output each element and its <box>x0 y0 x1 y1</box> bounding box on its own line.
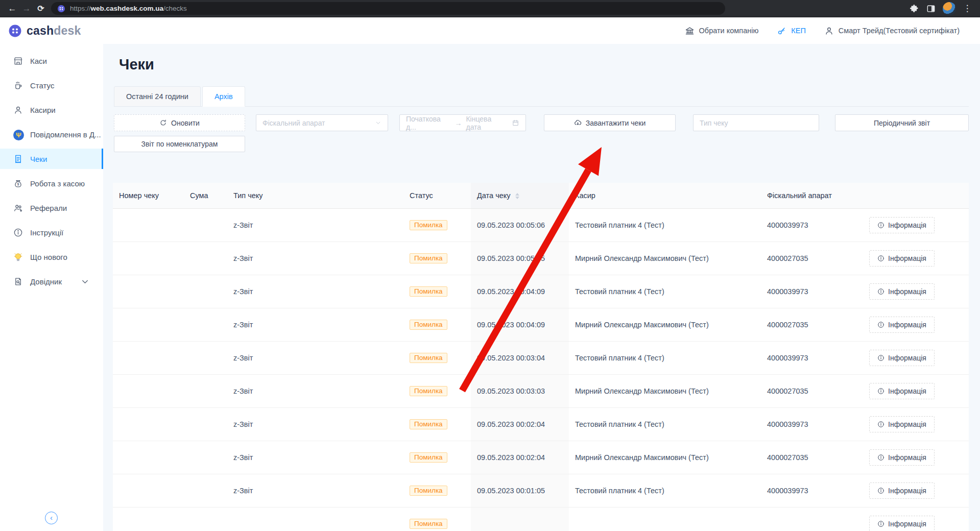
key-icon <box>777 26 786 36</box>
sidebar-item-9[interactable]: Довідник <box>0 271 103 292</box>
cell-fiscal: 4000039973 <box>761 407 863 441</box>
info-button[interactable]: Інформація <box>869 416 935 432</box>
sidebar-item-7[interactable]: Інструкції <box>0 222 103 243</box>
info-button[interactable]: Інформація <box>869 482 935 499</box>
cell-actions: Інформація <box>863 308 969 341</box>
sidebar-item-label: Статус <box>30 81 54 90</box>
trident-icon: Ψ <box>13 130 24 140</box>
info-button[interactable]: Інформація <box>869 516 935 531</box>
cell-fiscal: 4000027035 <box>761 374 863 407</box>
cell-date: 09.05.2023 00:04:09 <box>471 275 569 308</box>
sidebar-collapse-button[interactable]: ‹ <box>45 512 58 524</box>
refresh-label: Оновити <box>171 119 200 127</box>
site-favicon <box>57 5 65 13</box>
cell-date: 09.05.2023 00:03:04 <box>471 341 569 374</box>
table-header-row: Номер чеку Сума Тип чеку Статус Дата чек… <box>113 183 969 208</box>
download-checks-button[interactable]: Завантажити чеки <box>544 114 676 131</box>
cell-fiscal: 4000027035 <box>761 242 863 275</box>
cashdesk-logo[interactable]: cashdesk <box>8 24 81 38</box>
cell-fiscal: 4000027035 <box>761 308 863 341</box>
sidebar-item-8[interactable]: Що нового <box>0 247 103 267</box>
sidebar-item-1[interactable]: Статус <box>0 75 103 95</box>
cell-type: z-Звіт <box>227 208 403 242</box>
sidebar-item-6[interactable]: Реферали <box>0 198 103 218</box>
filters-toolbar-row2: Звіт по номенклатурам <box>113 136 980 152</box>
browser-reload-icon[interactable]: ⟳ <box>34 2 48 16</box>
filters-toolbar: Оновити Фіскальний апарат Початкова д...… <box>113 114 980 132</box>
sidebar-item-4[interactable]: Чеки <box>0 149 103 169</box>
cell-sum <box>184 341 227 374</box>
sidebar-item-2[interactable]: Касири <box>0 100 103 120</box>
address-bar[interactable]: https://web.cashdesk.com.ua/checks <box>51 2 725 15</box>
info-circle-icon <box>877 388 885 395</box>
check-type-input[interactable]: Тип чеку <box>693 114 819 131</box>
info-circle-icon <box>877 520 885 527</box>
browser-menu-icon[interactable]: ⋮ <box>963 3 972 14</box>
fiscal-device-select[interactable]: Фіскальний апарат <box>256 114 388 131</box>
info-button-label: Інформація <box>888 221 926 229</box>
periodic-report-button[interactable]: Періодичний звіт <box>835 114 969 131</box>
sidebar-item-label: Реферали <box>30 204 67 212</box>
cell-type: z-Звіт <box>227 341 403 374</box>
info-button[interactable]: Інформація <box>869 217 935 233</box>
tab-archive[interactable]: Архів <box>202 86 245 107</box>
cell-date: 09.05.2023 00:01:05 <box>471 474 569 507</box>
kep-button[interactable]: КЕП <box>777 26 806 36</box>
browser-forward-icon[interactable]: → <box>19 2 34 16</box>
sort-carets-icon[interactable] <box>515 193 519 199</box>
info-button[interactable]: Інформація <box>869 449 935 466</box>
cell-sum <box>184 275 227 308</box>
extensions-icon[interactable] <box>909 4 919 14</box>
user-account-button[interactable]: Смарт Трейд(Тестовий сертифікат) <box>824 26 960 36</box>
info-button-label: Інформація <box>888 287 926 296</box>
status-badge: Помилка <box>410 419 447 429</box>
cell-status: Помилка <box>403 474 471 507</box>
cell-date: 09.05.2023 00:05:06 <box>471 208 569 242</box>
status-badge: Помилка <box>410 320 447 330</box>
info-circle-icon <box>877 222 885 229</box>
browser-back-icon[interactable]: ← <box>5 2 19 16</box>
info-button[interactable]: Інформація <box>869 317 935 333</box>
nomenclature-report-button[interactable]: Звіт по номенклатурам <box>114 136 245 152</box>
sidebar-item-label: Чеки <box>30 155 47 163</box>
side-panel-icon[interactable] <box>926 4 936 14</box>
cashdesk-logo-text: cashdesk <box>27 24 81 38</box>
tab-last-24-hours[interactable]: Останні 24 години <box>114 86 201 107</box>
sidebar-item-0[interactable]: Каси <box>0 51 103 71</box>
cell-date <box>471 507 569 531</box>
status-badge: Помилка <box>410 486 447 496</box>
nomenclature-report-label: Звіт по номенклатурам <box>141 140 218 148</box>
info-circle-icon <box>877 354 885 361</box>
sidebar: КасиСтатусКасириΨПовідомлення в Д...Чеки… <box>0 44 103 531</box>
cell-number <box>113 474 184 507</box>
info-button[interactable]: Інформація <box>869 350 935 366</box>
app-header: cashdesk Обрати компанію КЕП Смарт Трейд… <box>0 17 980 44</box>
cell-cashier <box>569 507 761 531</box>
cell-type: z-Звіт <box>227 308 403 341</box>
cell-status: Помилка <box>403 407 471 441</box>
col-fiscal-device: Фіскальний апарат <box>761 183 863 208</box>
browser-profile-avatar[interactable] <box>943 2 956 15</box>
date-range-picker[interactable]: Початкова д... → Кінцева дата <box>399 114 526 131</box>
cell-date: 09.05.2023 00:04:09 <box>471 308 569 341</box>
choose-company-button[interactable]: Обрати компанію <box>685 26 759 36</box>
info-button[interactable]: Інформація <box>869 250 935 267</box>
col-check-date[interactable]: Дата чеку <box>471 183 569 208</box>
info-button[interactable]: Інформація <box>869 283 935 300</box>
sidebar-item-5[interactable]: $Робота з касою <box>0 173 103 194</box>
date-end-placeholder: Кінцева дата <box>466 115 507 131</box>
receipt-icon <box>13 154 23 164</box>
browser-toolbar: ← → ⟳ https://web.cashdesk.com.ua/checks… <box>0 0 980 17</box>
status-badge: Помилка <box>410 386 447 396</box>
sidebar-item-3[interactable]: ΨПовідомлення в Д... <box>0 124 103 144</box>
cell-cashier: Тестовий платник 4 (Тест) <box>569 407 761 441</box>
refresh-button[interactable]: Оновити <box>114 114 245 131</box>
bank-icon <box>685 26 695 36</box>
info-button[interactable]: Інформація <box>869 383 935 399</box>
cell-actions: Інформація <box>863 275 969 308</box>
cell-cashier: Мирний Олександр Максимович (Тест) <box>569 441 761 474</box>
col-sum: Сума <box>184 183 227 208</box>
cup-icon <box>13 81 23 90</box>
cell-number <box>113 308 184 341</box>
bulb-icon <box>13 252 23 262</box>
